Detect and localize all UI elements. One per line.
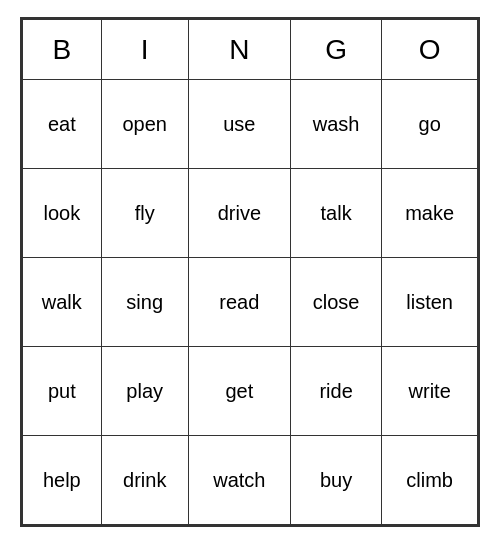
- table-row: putplaygetridewrite: [23, 347, 478, 436]
- table-cell: sing: [101, 258, 188, 347]
- table-cell: read: [188, 258, 290, 347]
- header-g: G: [290, 20, 381, 80]
- table-cell: watch: [188, 436, 290, 525]
- table-cell: talk: [290, 169, 381, 258]
- table-cell: listen: [382, 258, 478, 347]
- header-o: O: [382, 20, 478, 80]
- table-row: walksingreadcloselisten: [23, 258, 478, 347]
- table-cell: drive: [188, 169, 290, 258]
- table-row: eatopenusewashgo: [23, 80, 478, 169]
- table-cell: close: [290, 258, 381, 347]
- table-cell: drink: [101, 436, 188, 525]
- table-cell: help: [23, 436, 102, 525]
- table-cell: wash: [290, 80, 381, 169]
- table-cell: make: [382, 169, 478, 258]
- bingo-table: B I N G O eatopenusewashgolookflydriveta…: [22, 19, 478, 525]
- table-cell: fly: [101, 169, 188, 258]
- table-cell: go: [382, 80, 478, 169]
- table-cell: eat: [23, 80, 102, 169]
- header-b: B: [23, 20, 102, 80]
- table-cell: use: [188, 80, 290, 169]
- table-cell: open: [101, 80, 188, 169]
- table-cell: ride: [290, 347, 381, 436]
- table-row: helpdrinkwatchbuyclimb: [23, 436, 478, 525]
- bingo-board: B I N G O eatopenusewashgolookflydriveta…: [20, 17, 480, 527]
- table-cell: buy: [290, 436, 381, 525]
- table-cell: get: [188, 347, 290, 436]
- header-i: I: [101, 20, 188, 80]
- table-cell: climb: [382, 436, 478, 525]
- table-cell: walk: [23, 258, 102, 347]
- table-row: lookflydrivetalkmake: [23, 169, 478, 258]
- header-n: N: [188, 20, 290, 80]
- table-cell: put: [23, 347, 102, 436]
- table-cell: look: [23, 169, 102, 258]
- header-row: B I N G O: [23, 20, 478, 80]
- table-cell: play: [101, 347, 188, 436]
- table-cell: write: [382, 347, 478, 436]
